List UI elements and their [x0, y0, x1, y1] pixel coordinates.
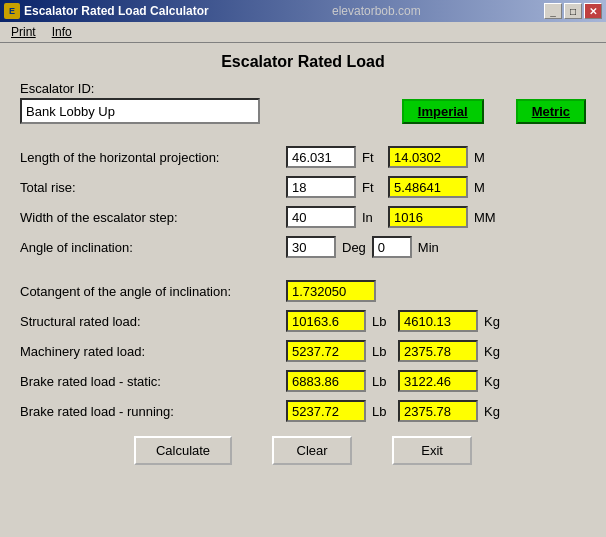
angle-deg-input[interactable]	[286, 236, 336, 258]
window-url: elevatorbob.com	[332, 4, 421, 18]
width-unit-imperial: In	[362, 210, 382, 225]
escalator-id-input[interactable]	[20, 98, 260, 124]
angle-row: Angle of inclination: Deg Min	[20, 236, 586, 258]
close-button[interactable]: ✕	[584, 3, 602, 19]
machinery-label: Machinery rated load:	[20, 344, 280, 359]
structural-imperial-value[interactable]	[286, 310, 366, 332]
brake-running-unit-metric: Kg	[484, 404, 504, 419]
metric-button[interactable]: Metric	[516, 99, 586, 124]
brake-running-metric-value[interactable]	[398, 400, 478, 422]
angle-deg-label: Deg	[342, 240, 366, 255]
machinery-row: Machinery rated load: Lb Kg	[20, 340, 586, 362]
angle-min-label: Min	[418, 240, 439, 255]
main-window: Escalator Rated Load Escalator ID: Imper…	[0, 43, 606, 536]
brake-static-unit-imperial: Lb	[372, 374, 392, 389]
rise-row: Total rise: Ft M	[20, 176, 586, 198]
structural-label: Structural rated load:	[20, 314, 280, 329]
rise-metric-input[interactable]	[388, 176, 468, 198]
machinery-metric-value[interactable]	[398, 340, 478, 362]
width-metric-input[interactable]	[388, 206, 468, 228]
maximize-button[interactable]: □	[564, 3, 582, 19]
structural-unit-metric: Kg	[484, 314, 504, 329]
bottom-buttons: Calculate Clear Exit	[20, 436, 586, 465]
length-row: Length of the horizontal projection: Ft …	[20, 146, 586, 168]
width-label: Width of the escalator step:	[20, 210, 280, 225]
width-imperial-input[interactable]	[286, 206, 356, 228]
length-unit-imperial: Ft	[362, 150, 382, 165]
app-icon: E	[4, 3, 20, 19]
brake-running-unit-imperial: Lb	[372, 404, 392, 419]
brake-static-row: Brake rated load - static: Lb Kg	[20, 370, 586, 392]
escalator-id-label: Escalator ID:	[20, 81, 586, 96]
rise-unit-metric: M	[474, 180, 494, 195]
rise-unit-imperial: Ft	[362, 180, 382, 195]
width-row: Width of the escalator step: In MM	[20, 206, 586, 228]
length-unit-metric: M	[474, 150, 494, 165]
length-imperial-input[interactable]	[286, 146, 356, 168]
angle-min-input[interactable]	[372, 236, 412, 258]
rise-label: Total rise:	[20, 180, 280, 195]
brake-running-row: Brake rated load - running: Lb Kg	[20, 400, 586, 422]
page-title: Escalator Rated Load	[20, 53, 586, 71]
cotangent-value[interactable]	[286, 280, 376, 302]
exit-button[interactable]: Exit	[392, 436, 472, 465]
brake-running-imperial-value[interactable]	[286, 400, 366, 422]
window-title: Escalator Rated Load Calculator	[24, 4, 209, 18]
structural-metric-value[interactable]	[398, 310, 478, 332]
length-metric-input[interactable]	[388, 146, 468, 168]
angle-label: Angle of inclination:	[20, 240, 280, 255]
width-unit-metric: MM	[474, 210, 496, 225]
machinery-imperial-value[interactable]	[286, 340, 366, 362]
calculate-button[interactable]: Calculate	[134, 436, 232, 465]
clear-button[interactable]: Clear	[272, 436, 352, 465]
minimize-button[interactable]: _	[544, 3, 562, 19]
machinery-unit-metric: Kg	[484, 344, 504, 359]
menu-info[interactable]: Info	[49, 24, 75, 40]
menu-bar: Print Info	[0, 22, 606, 43]
brake-static-unit-metric: Kg	[484, 374, 504, 389]
structural-row: Structural rated load: Lb Kg	[20, 310, 586, 332]
cotangent-row: Cotangent of the angle of inclination:	[20, 280, 586, 302]
imperial-button[interactable]: Imperial	[402, 99, 484, 124]
brake-static-label: Brake rated load - static:	[20, 374, 280, 389]
brake-static-metric-value[interactable]	[398, 370, 478, 392]
rise-imperial-input[interactable]	[286, 176, 356, 198]
brake-running-label: Brake rated load - running:	[20, 404, 280, 419]
window-controls: _ □ ✕	[544, 3, 602, 19]
length-label: Length of the horizontal projection:	[20, 150, 280, 165]
escalator-id-section: Escalator ID: Imperial Metric	[20, 81, 586, 124]
structural-unit-imperial: Lb	[372, 314, 392, 329]
brake-static-imperial-value[interactable]	[286, 370, 366, 392]
machinery-unit-imperial: Lb	[372, 344, 392, 359]
menu-print[interactable]: Print	[8, 24, 39, 40]
title-bar: E Escalator Rated Load Calculator elevat…	[0, 0, 606, 22]
cotangent-label: Cotangent of the angle of inclination:	[20, 284, 280, 299]
